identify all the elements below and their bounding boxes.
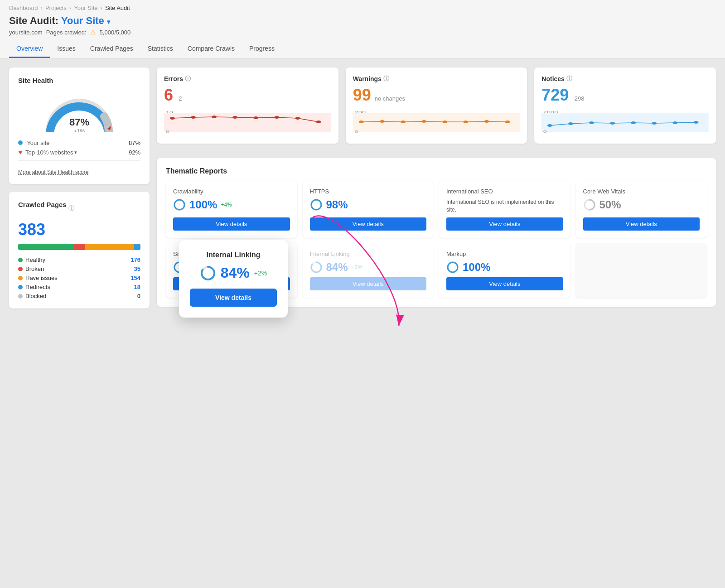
markup-title: Markup: [446, 251, 563, 257]
broken-value[interactable]: 35: [134, 265, 140, 272]
healthy-label: Healthy: [25, 256, 45, 263]
breadcrumb-current: Site Audit: [105, 5, 130, 11]
internal-linking-change: +2%: [352, 264, 362, 270]
pages-crawled-label: Pages crawled:: [46, 29, 87, 36]
internal-linking-view-details-btn[interactable]: View details: [310, 277, 427, 290]
svg-point-9: [253, 116, 258, 119]
svg-point-19: [401, 120, 406, 123]
crawlability-change: +4%: [221, 202, 232, 208]
your-site-value: 87%: [129, 140, 140, 146]
svg-point-40: [311, 200, 321, 210]
notices-info-icon[interactable]: ⓘ: [566, 75, 572, 83]
crawled-count: 383: [18, 220, 140, 239]
tab-crawled-pages[interactable]: Crawled Pages: [83, 40, 140, 58]
notices-card: Notices ⓘ 729 -298 2000 0: [534, 67, 716, 144]
errors-change: -2: [177, 95, 182, 102]
crawled-legend: Healthy 176 Broken 35: [18, 256, 140, 299]
svg-point-36: [694, 121, 699, 124]
tab-overview[interactable]: Overview: [9, 40, 50, 58]
warnings-card: Warnings ⓘ 99 no changes 200 0: [346, 67, 527, 144]
notices-title: Notices ⓘ: [541, 75, 709, 83]
site-url: yoursite.com: [9, 29, 43, 36]
svg-point-12: [316, 120, 321, 123]
https-view-details-btn[interactable]: View details: [310, 217, 427, 231]
more-about-score-link[interactable]: More about Site Health score: [18, 169, 88, 175]
svg-rect-1: [164, 114, 331, 132]
tab-progress[interactable]: Progress: [242, 40, 282, 58]
crawled-pages-title-row: Crawled Pages ⓘ: [18, 201, 140, 216]
errors-card: Errors ⓘ 6 -2 10 0: [157, 67, 338, 144]
pb-healthy: [18, 244, 74, 250]
thematic-grid-row1: Crawlability 100% +4% View details: [166, 181, 707, 238]
core-web-vitals-circle-icon: [583, 198, 596, 211]
errors-info-icon[interactable]: ⓘ: [185, 75, 191, 83]
your-site-label: Your site: [27, 140, 49, 146]
internal-linking-title: Internal Linking: [310, 251, 427, 257]
broken-label: Broken: [25, 265, 44, 272]
breadcrumb-projects[interactable]: Projects: [45, 5, 67, 11]
warnings-chart: 200 0: [353, 109, 520, 136]
blocked-label: Blocked: [25, 293, 46, 299]
crawled-progress-bar: [18, 244, 140, 250]
crawlability-circle-icon: [173, 198, 186, 211]
tab-compare-crawls[interactable]: Compare Crawls: [180, 40, 242, 58]
pb-issues: [85, 244, 134, 250]
svg-point-31: [589, 121, 594, 124]
tab-issues[interactable]: Issues: [50, 40, 82, 58]
intl-seo-view-details-btn[interactable]: View details: [446, 217, 563, 231]
site-name-link[interactable]: Your Site: [61, 15, 104, 26]
top-bar: Dashboard › Projects › Your Site › Site …: [0, 0, 725, 58]
crawled-pages-card: Crawled Pages ⓘ 383 Healthy: [9, 192, 150, 308]
breadcrumb: Dashboard › Projects › Your Site › Site …: [9, 5, 716, 11]
chevron-down-icon[interactable]: ▾: [107, 18, 110, 25]
svg-point-21: [442, 120, 447, 123]
markup-view-details-btn[interactable]: View details: [446, 277, 563, 290]
thematic-markup: Markup 100% View details: [439, 243, 570, 298]
svg-point-29: [547, 124, 552, 127]
legend-blocked: Blocked 0: [18, 293, 140, 299]
top10-dropdown-icon[interactable]: ▾: [74, 149, 77, 155]
crawled-pages-info-icon[interactable]: ⓘ: [68, 204, 74, 212]
blocked-dot: [18, 294, 23, 299]
tooltip-circle-icon: [200, 265, 216, 281]
gauge-container: 87% +1%: [18, 92, 140, 132]
notices-value: 729: [541, 86, 569, 105]
issues-value[interactable]: 154: [130, 275, 140, 281]
tabs-nav: Overview Issues Crawled Pages Statistics…: [9, 40, 716, 58]
blocked-value: 0: [137, 293, 140, 299]
internal-linking-circle-icon: [310, 261, 323, 274]
site-meta: yoursite.com Pages crawled: ⚠ 5,000/5,00…: [9, 29, 716, 36]
warnings-title: Warnings ⓘ: [353, 75, 520, 83]
intl-seo-note: International SEO is not implemented on …: [446, 198, 563, 214]
crawlability-view-details-btn[interactable]: View details: [173, 217, 290, 231]
redirects-value[interactable]: 18: [134, 284, 140, 290]
tooltip-view-details-btn[interactable]: View details: [190, 289, 277, 307]
thematic-empty: [576, 243, 707, 298]
svg-point-35: [673, 121, 678, 124]
svg-point-22: [463, 120, 468, 123]
https-circle-icon: [310, 198, 323, 211]
site-health-title: Site Health: [18, 77, 140, 84]
svg-text:200: 200: [354, 110, 366, 114]
healthy-value[interactable]: 176: [130, 256, 140, 263]
breadcrumb-your-site[interactable]: Your Site: [74, 5, 97, 11]
warning-icon: ⚠: [90, 29, 96, 36]
errors-chart: 10 0: [164, 109, 331, 136]
markup-score: 100%: [463, 261, 490, 274]
svg-text:0: 0: [354, 130, 358, 134]
core-web-vitals-score: 50%: [599, 198, 621, 211]
breadcrumb-dashboard[interactable]: Dashboard: [9, 5, 38, 11]
svg-text:10: 10: [166, 110, 174, 114]
gauge-change: +1%: [69, 128, 89, 132]
tab-statistics[interactable]: Statistics: [140, 40, 180, 58]
warnings-info-icon[interactable]: ⓘ: [383, 75, 389, 83]
thematic-crawlability: Crawlability 100% +4% View details: [166, 181, 297, 238]
legend-top10: Top-10% websites ▾ 92%: [18, 149, 140, 156]
https-title: HTTPS: [310, 188, 427, 195]
svg-point-38: [174, 200, 184, 210]
healthy-dot: [18, 258, 23, 262]
notices-chart: 2000 0: [541, 109, 709, 136]
pages-crawled-value: 5,000/5,000: [100, 29, 131, 36]
core-web-vitals-view-details-btn[interactable]: View details: [583, 217, 700, 231]
core-web-vitals-title: Core Web Vitals: [583, 188, 700, 195]
